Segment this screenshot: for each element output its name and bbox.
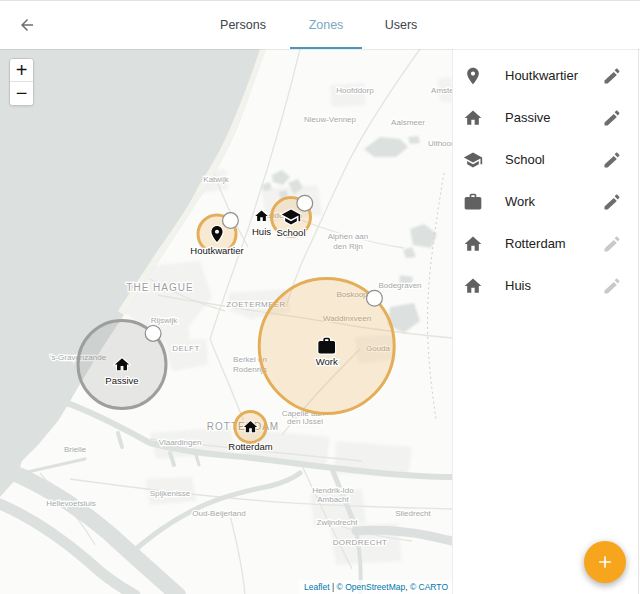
edit-zone-button-disabled[interactable] xyxy=(602,234,622,254)
zone-marker-label: Rotterdam xyxy=(228,441,272,452)
tab-users[interactable]: Users xyxy=(365,1,437,49)
map-label: den IJssel xyxy=(287,417,323,426)
map-label: Brielle xyxy=(64,445,87,454)
zone-list-item-rotterdam[interactable]: Rotterdam xyxy=(453,223,640,265)
map[interactable]: HoofddorpNieuw-VennepAalsmeerAmstelveenU… xyxy=(0,49,452,594)
zone-resize-handle[interactable] xyxy=(145,325,161,341)
map-attribution: Leaflet | © OpenStreetMap, © CARTO xyxy=(298,580,452,594)
scrollbar-track[interactable] xyxy=(638,49,639,594)
zone-resize-handle[interactable] xyxy=(367,290,383,306)
zone-list-item-huis[interactable]: Huis xyxy=(453,265,640,307)
zone-list-item-passive[interactable]: Passive xyxy=(453,97,640,139)
edit-zone-button[interactable] xyxy=(602,108,622,128)
zone-marker-label: School xyxy=(276,227,305,238)
back-button[interactable] xyxy=(18,16,36,34)
zone-name: Work xyxy=(505,181,535,223)
pencil-icon xyxy=(602,234,622,254)
map-label: Uithoorn xyxy=(428,139,452,148)
tab-zones[interactable]: Zones xyxy=(290,1,362,49)
map-label: Rijswijk xyxy=(151,316,179,325)
map-label: Spijkenisse xyxy=(150,489,191,498)
zoom-out-button[interactable]: − xyxy=(10,82,33,105)
map-label: Hellevoetsluis xyxy=(46,499,95,508)
zone-marker-label: Passive xyxy=(105,375,138,386)
pencil-icon xyxy=(602,66,622,86)
zone-name: Passive xyxy=(505,97,551,139)
openstreetmap-link[interactable]: © OpenStreetMap xyxy=(337,582,406,592)
map-canvas[interactable]: HoofddorpNieuw-VennepAalsmeerAmstelveenU… xyxy=(0,49,452,594)
map-label: Hoofddorp xyxy=(336,86,374,95)
zone-list-item-school[interactable]: School xyxy=(453,139,640,181)
zoom-in-button[interactable]: + xyxy=(10,59,33,82)
active-tab-indicator xyxy=(290,47,362,49)
home-icon xyxy=(463,108,483,128)
pencil-icon xyxy=(602,150,622,170)
home-icon xyxy=(463,276,483,296)
edit-zone-button[interactable] xyxy=(602,150,622,170)
map-label: THE HAGUE xyxy=(126,282,193,293)
zone-marker-label: Huis xyxy=(252,226,271,237)
tab-persons[interactable]: Persons xyxy=(207,1,279,49)
arrow-left-icon xyxy=(18,16,36,34)
map-zone-work[interactable]: Work xyxy=(259,279,394,414)
pencil-icon xyxy=(602,108,622,128)
zone-list-item-work[interactable]: Work xyxy=(453,181,640,223)
zone-list-item-houtkwartier[interactable]: Houtkwartier xyxy=(453,55,640,97)
map-label: den Rijn xyxy=(333,242,362,251)
pencil-icon xyxy=(602,192,622,212)
leaflet-link[interactable]: Leaflet xyxy=(304,582,330,592)
map-label: Nieuw-Vennep xyxy=(304,115,357,124)
zone-list-panel: Houtkwartier Passive School Work Rotterd xyxy=(452,49,640,594)
edit-zone-button[interactable] xyxy=(602,66,622,86)
map-label: Aalsmeer xyxy=(391,118,425,127)
zone-name: Huis xyxy=(505,265,531,307)
zone-resize-handle[interactable] xyxy=(223,213,239,229)
map-label: Ambacht xyxy=(317,495,349,504)
zoom-control: + − xyxy=(9,58,34,106)
zone-name: Rotterdam xyxy=(505,223,566,265)
zone-resize-handle[interactable] xyxy=(297,195,313,211)
map-zone-passive[interactable]: Passive xyxy=(78,321,166,409)
map-label: Bodegraven xyxy=(378,281,421,290)
map-label: Katwijk xyxy=(203,175,229,184)
school-icon xyxy=(463,150,483,170)
map-label: Zwijndrecht xyxy=(317,518,359,527)
add-zone-fab[interactable] xyxy=(584,541,626,583)
map-label: DORDRECHT xyxy=(333,538,388,547)
zone-name: Houtkwartier xyxy=(505,55,578,97)
zone-name: School xyxy=(505,139,545,181)
home-icon xyxy=(463,234,483,254)
carto-link[interactable]: © CARTO xyxy=(410,582,448,592)
map-label: Alphen aan xyxy=(328,232,368,241)
map-label: Oud-Beijerland xyxy=(192,509,245,518)
map-label: DELFT xyxy=(172,344,199,353)
plus-icon xyxy=(595,552,615,572)
edit-zone-button-disabled[interactable] xyxy=(602,276,622,296)
zone-marker-label: Work xyxy=(316,356,338,367)
content: HoofddorpNieuw-VennepAalsmeerAmstelveenU… xyxy=(0,49,640,594)
place-icon xyxy=(463,66,483,86)
map-label: Vlaardingen xyxy=(159,438,202,447)
attribution-separator: | xyxy=(330,582,337,592)
map-label: Hendrik-Ido xyxy=(312,486,354,495)
app-window: Persons Zones Users HoofddorpN xyxy=(0,0,640,594)
edit-zone-button[interactable] xyxy=(602,192,622,212)
zone-marker-label: Houtkwartier xyxy=(190,245,243,256)
map-label: Sliedrecht xyxy=(395,509,431,518)
top-bar: Persons Zones Users xyxy=(0,1,640,49)
tab-zones-label: Zones xyxy=(309,18,344,32)
work-icon xyxy=(463,192,483,212)
map-label: Amstelveen xyxy=(431,86,452,95)
pencil-icon xyxy=(602,276,622,296)
